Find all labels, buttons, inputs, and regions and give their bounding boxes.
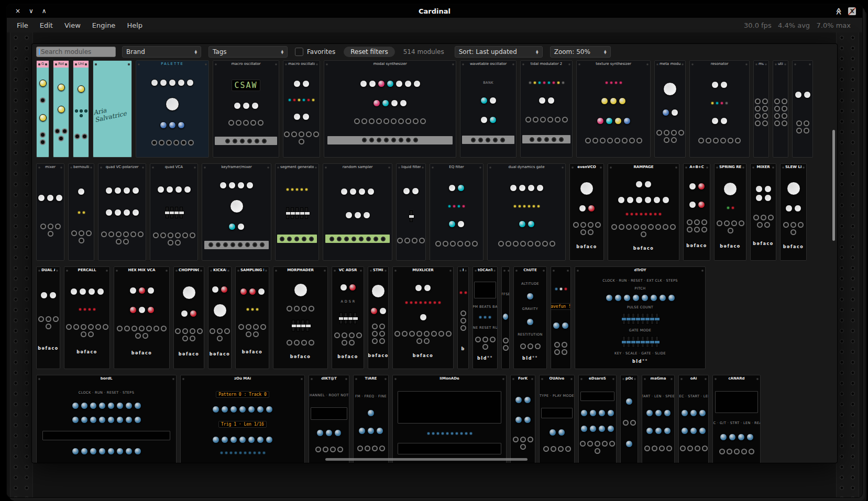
zoom-select[interactable]: Zoom: 50% ▲▼ [550,46,611,58]
module-card[interactable]: SAMPLING MODULATORbǝfaco [235,266,269,369]
module-card[interactable]: tOCAnTeBPM BEATS BARFINE RESET RUNbId°° [473,266,498,369]
module-card[interactable]: A+B+Cbǝfaco [683,163,710,261]
module-card[interactable]: Havefun !! [551,266,571,369]
knob-icon [382,99,389,107]
knob-icon [729,433,736,441]
menu-edit[interactable]: Edit [34,19,59,31]
module-body: BANK [460,68,516,157]
module-card[interactable]: ChUTEALTITUDEGRAVITYRESTITUTIONbId°° [513,266,547,369]
favorites-checkbox[interactable] [295,48,303,56]
module-card[interactable]: dual dynamics gate [487,163,566,261]
module-card[interactable]: SPRING REVERBbǝfaco [714,163,746,261]
knob-icon [690,427,697,435]
module-card[interactable]: PERCALLbǝfaco [64,266,110,369]
module-card[interactable]: KICKALLbǝfaco [208,266,232,369]
module-card[interactable]: zOù MAïPattern 0 : Track 0Trig 1 · Len 1… [180,375,305,463]
module-card[interactable] [792,60,813,158]
knob-icon [293,80,301,87]
module-card[interactable]: PALETTE [136,60,209,158]
sort-select[interactable]: Sort: Last updated ▲▼ [455,46,543,58]
module-card[interactable]: Rotatoes [53,60,69,158]
module-header: ChUTE [514,267,546,274]
module-card[interactable]: HEX MIX VCAbǝfaco [114,266,170,369]
module-card[interactable]: ForK [510,375,535,463]
module-controls-row: bǝfaco [65,350,109,354]
module-card[interactable]: macro oscillatorCSAW [213,60,279,158]
unshade-button[interactable]: ∧ [42,8,47,14]
module-card[interactable]: STMIXbǝfaco [368,266,389,369]
module-card[interactable]: EQ filter [430,163,484,261]
module-controls-row [397,187,425,195]
reset-filters-button[interactable]: Reset filters [344,47,395,57]
module-controls-row: CLOCK · RUN · RESET · EXT CLK · STEPS [576,279,705,283]
module-card[interactable]: multiples [753,60,769,158]
module-card[interactable]: DUAL ATENUVERTERbǝfaco [36,266,60,369]
module-card[interactable]: keyframer/mixer [202,163,271,261]
tags-select[interactable]: Tags ▲▼ [208,46,288,58]
module-card[interactable]: liquid filter [396,163,426,261]
close-button[interactable]: × [15,8,20,14]
module-card[interactable]: MORPHADERbǝfaco [273,266,328,369]
port-icon [622,138,628,143]
module-card[interactable]: wavetable oscillatorBANK [460,60,517,158]
port-icon [633,224,639,230]
module-card[interactable]: eDsaroS [578,375,617,463]
module-card[interactable]: evenVCObǝfaco [569,163,604,261]
module-card[interactable]: UnDuLaR [73,60,89,158]
module-card[interactable]: MIXERbǝfaco [750,163,776,261]
module-card[interactable]: modal synthesizer [324,60,456,158]
module-card[interactable]: segment generator [275,163,319,261]
module-card[interactable]: dTrOYCLOCK · RUN · RESET · EXT CLK · STE… [575,266,706,369]
module-card[interactable]: resonator [689,60,750,158]
module-card[interactable]: utilities [773,60,788,158]
module-card[interactable]: liMonADe [392,375,507,463]
module-controls-row [310,407,348,420]
knob-icon [404,80,412,87]
collapse-all-icon[interactable]: ≪ [836,7,843,15]
module-card[interactable]: lATeOFFSET [501,266,510,369]
module-card[interactable]: CHOPPING KINKYbǝfaco [173,266,204,369]
window-title: Cardinal [7,7,862,15]
module-card[interactable]: SLEW LIMITERbǝfaco [780,163,807,261]
knob-icon [489,116,497,124]
module-card[interactable]: quad VCA [150,163,198,261]
menu-help[interactable]: Help [121,19,148,31]
module-card[interactable]: random sampler [323,163,392,261]
module-card[interactable]: macro oscillator 2 [283,60,320,158]
module-card[interactable]: Grabby [36,60,49,158]
module-card[interactable]: tidal modulator 2 [520,60,573,158]
vertical-scrollbar-thumb[interactable] [832,130,835,241]
module-card[interactable]: MUXLICERbǝfaco [392,266,454,369]
module-card[interactable]: meta modulator [654,60,686,158]
module-card[interactable]: texture synthesizer [576,60,651,158]
search-input[interactable] [36,47,116,57]
slider-icon [170,207,173,218]
brand-select[interactable]: Brand ▲▼ [122,46,201,58]
module-card[interactable]: bernoulli gate [68,163,94,261]
module-card[interactable]: MEXb [457,266,469,369]
menu-engine[interactable]: Engine [86,19,122,31]
horizontal-scrollbar-thumb[interactable] [325,458,528,461]
module-card[interactable]: VC ADSRA D S Rbǝfaco [332,266,364,369]
port-icon [513,437,519,442]
module-name: OUAIve [544,377,569,381]
module-card[interactable]: TiAREFM · FREQ · FINE [353,375,389,463]
module-card[interactable]: bordLCLOCK · RUN · RESET · STEPS [36,375,177,463]
module-card[interactable]: dIKT@TCHANNEL · ROOT NOTE [309,375,349,463]
module-controls-row [715,220,745,233]
module-card[interactable]: RAMPAGEbǝfaco [608,163,679,261]
menu-file[interactable]: File [11,19,34,31]
module-card[interactable]: quad VC-polarizer [98,163,146,261]
module-card[interactable]: pOdnA [620,375,638,463]
knob-icon [711,81,719,88]
module-card[interactable]: cANARdREC · G/T · STRT · LEN · READ [712,375,761,463]
module-card[interactable]: maGmaSTART · LEN · SPEED [642,375,675,463]
shade-button[interactable]: ∨ [29,8,34,14]
module-card[interactable]: oAiREC · START · LEN [678,375,709,463]
led-icon [543,81,546,84]
module-card[interactable]: mixer [36,163,64,261]
module-controls-row [655,82,685,96]
module-card[interactable]: OUAIveTYPE · PLAY MODE [539,375,575,463]
module-card[interactable]: Aria Salvatrice [93,60,132,158]
menu-view[interactable]: View [59,19,86,31]
